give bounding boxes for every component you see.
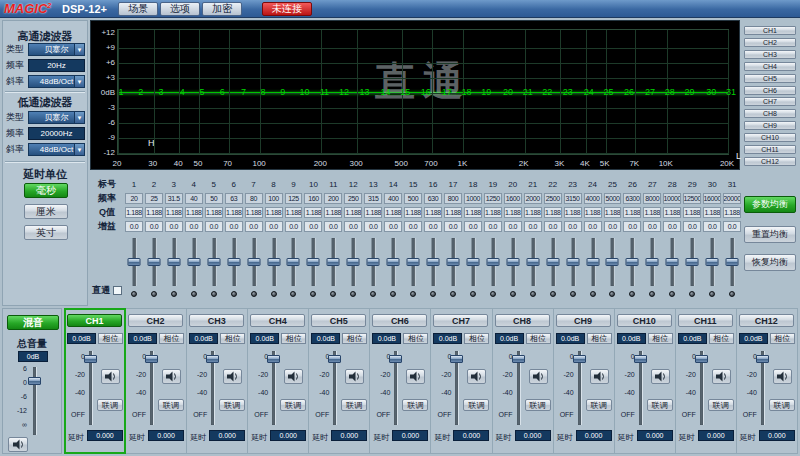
eq-freq-value[interactable]: 125 xyxy=(285,193,303,204)
eq-freq-value[interactable]: 31.5 xyxy=(165,193,183,204)
phase-button[interactable]: 相位 xyxy=(464,333,489,344)
eq-band-slider-17[interactable] xyxy=(443,236,463,300)
eq-freq-value[interactable]: 25 xyxy=(145,193,163,204)
slider-handle[interactable] xyxy=(427,258,440,266)
eq-band-slider-5[interactable] xyxy=(204,236,224,300)
eq-band-slider-6[interactable] xyxy=(224,236,244,300)
graph-ch-button-ch5[interactable]: CH5 xyxy=(744,74,796,83)
eq-gain-value[interactable]: 0.0 xyxy=(643,221,661,232)
link-button[interactable]: 联调 xyxy=(525,399,551,411)
eq-band-slider-29[interactable] xyxy=(682,236,702,300)
fader-handle[interactable] xyxy=(267,355,280,363)
eq-freq-value[interactable]: 250 xyxy=(344,193,362,204)
link-button[interactable]: 联调 xyxy=(158,399,184,411)
link-button[interactable]: 联调 xyxy=(463,399,489,411)
eq-band-slider-11[interactable] xyxy=(323,236,343,300)
eq-gain-value[interactable]: 0.0 xyxy=(464,221,482,232)
eq-freq-value[interactable]: 4000 xyxy=(584,193,602,204)
link-button[interactable]: 联调 xyxy=(97,399,123,411)
mute-button[interactable] xyxy=(712,369,731,384)
eq-gain-value[interactable]: 0.0 xyxy=(444,221,462,232)
eq-gain-value[interactable]: 0.0 xyxy=(703,221,721,232)
eq-q-value[interactable]: 1.188 xyxy=(344,207,362,218)
eq-band-slider-3[interactable] xyxy=(164,236,184,300)
hpf-freq-value[interactable]: 20Hz xyxy=(28,59,85,72)
fader-handle[interactable] xyxy=(84,355,97,363)
slider-handle[interactable] xyxy=(167,258,180,266)
graph-ch-button-ch4[interactable]: CH4 xyxy=(744,62,796,71)
slider-handle[interactable] xyxy=(446,258,459,266)
eq-freq-value[interactable]: 5000 xyxy=(604,193,622,204)
delay-unit-cm-button[interactable]: 厘米 xyxy=(24,204,68,219)
channel-button-ch1[interactable]: CH1 xyxy=(67,314,122,327)
phase-button[interactable]: 相位 xyxy=(98,333,123,344)
eq-band-slider-31[interactable] xyxy=(722,236,742,300)
phase-button[interactable]: 相位 xyxy=(159,333,184,344)
eq-gain-value[interactable]: 0.0 xyxy=(623,221,641,232)
slider-handle[interactable] xyxy=(307,258,320,266)
eq-q-value[interactable]: 1.188 xyxy=(623,207,641,218)
link-button[interactable]: 联调 xyxy=(280,399,306,411)
eq-band-slider-1[interactable] xyxy=(124,236,144,300)
eq-freq-value[interactable]: 160 xyxy=(304,193,322,204)
hpf-type-select[interactable]: 贝塞尔▼ xyxy=(28,43,85,56)
eq-freq-value[interactable]: 20000 xyxy=(723,193,741,204)
eq-q-value[interactable]: 1.188 xyxy=(643,207,661,218)
delay-unit-inch-button[interactable]: 英寸 xyxy=(24,225,68,240)
eq-bypass-checkbox[interactable] xyxy=(113,286,122,295)
graph-ch-button-ch1[interactable]: CH1 xyxy=(744,26,796,35)
lpf-type-select[interactable]: 贝塞尔▼ xyxy=(28,111,85,124)
eq-q-value[interactable]: 1.188 xyxy=(524,207,542,218)
eq-q-value[interactable]: 1.188 xyxy=(723,207,741,218)
slider-handle[interactable] xyxy=(407,258,420,266)
slider-handle[interactable] xyxy=(706,258,719,266)
slider-handle[interactable] xyxy=(726,258,739,266)
eq-q-value[interactable]: 1.188 xyxy=(265,207,283,218)
eq-freq-value[interactable]: 6300 xyxy=(623,193,641,204)
channel-button-ch8[interactable]: CH8 xyxy=(495,314,550,327)
link-button[interactable]: 联调 xyxy=(586,399,612,411)
eq-freq-value[interactable]: 1600 xyxy=(504,193,522,204)
slider-handle[interactable] xyxy=(327,258,340,266)
eq-freq-value[interactable]: 8000 xyxy=(643,193,661,204)
channel-button-ch7[interactable]: CH7 xyxy=(433,314,488,327)
graph-ch-button-ch3[interactable]: CH3 xyxy=(744,50,796,59)
eq-q-value[interactable]: 1.188 xyxy=(324,207,342,218)
fader-handle[interactable] xyxy=(512,355,525,363)
graph-ch-button-ch11[interactable]: CH11 xyxy=(744,145,796,154)
eq-freq-value[interactable]: 50 xyxy=(205,193,223,204)
restore-eq-button[interactable]: 恢复均衡 xyxy=(744,254,796,271)
eq-freq-value[interactable]: 630 xyxy=(424,193,442,204)
slider-handle[interactable] xyxy=(646,258,659,266)
eq-freq-value[interactable]: 3150 xyxy=(564,193,582,204)
mute-button[interactable] xyxy=(284,369,303,384)
graph-ch-button-ch2[interactable]: CH2 xyxy=(744,38,796,47)
eq-gain-value[interactable]: 0.0 xyxy=(604,221,622,232)
eq-q-value[interactable]: 1.188 xyxy=(285,207,303,218)
eq-freq-value[interactable]: 500 xyxy=(404,193,422,204)
eq-q-value[interactable]: 1.188 xyxy=(604,207,622,218)
eq-gain-value[interactable]: 0.0 xyxy=(185,221,203,232)
channel-button-ch5[interactable]: CH5 xyxy=(311,314,366,327)
eq-freq-value[interactable]: 80 xyxy=(245,193,263,204)
connection-status-button[interactable]: 未连接 xyxy=(262,2,312,16)
slider-handle[interactable] xyxy=(526,258,539,266)
slider-handle[interactable] xyxy=(347,258,360,266)
slider-handle[interactable] xyxy=(247,258,260,266)
slider-handle[interactable] xyxy=(367,258,380,266)
eq-band-slider-13[interactable] xyxy=(363,236,383,300)
slider-handle[interactable] xyxy=(387,258,400,266)
phase-button[interactable]: 相位 xyxy=(220,333,245,344)
eq-gain-value[interactable]: 0.0 xyxy=(504,221,522,232)
eq-q-value[interactable]: 1.188 xyxy=(125,207,143,218)
eq-band-slider-19[interactable] xyxy=(483,236,503,300)
eq-band-slider-24[interactable] xyxy=(583,236,603,300)
eq-q-value[interactable]: 1.188 xyxy=(464,207,482,218)
graph-ch-button-ch12[interactable]: CH12 xyxy=(744,157,796,166)
slider-handle[interactable] xyxy=(127,258,140,266)
eq-q-value[interactable]: 1.188 xyxy=(404,207,422,218)
channel-button-ch11[interactable]: CH11 xyxy=(678,314,733,327)
mute-button[interactable] xyxy=(162,369,181,384)
eq-band-slider-21[interactable] xyxy=(523,236,543,300)
eq-q-value[interactable]: 1.188 xyxy=(364,207,382,218)
